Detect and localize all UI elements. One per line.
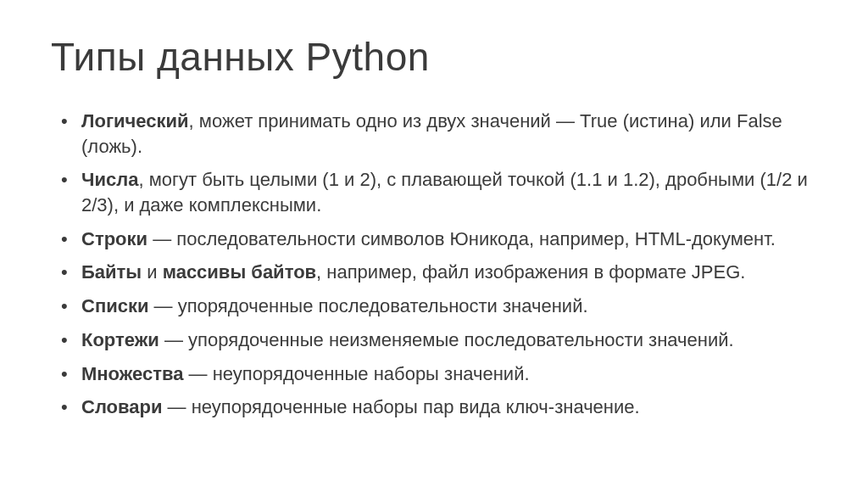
list-item: Логический, может принимать одно из двух… xyxy=(81,109,817,159)
list-item: Кортежи — упорядоченные неизменяемые пос… xyxy=(81,327,817,353)
list-item-text: — упорядоченные последовательности значе… xyxy=(148,295,587,316)
list-item: Словари — неупорядоченные наборы пар вид… xyxy=(81,395,817,420)
list-item-text: — упорядоченные неизменяемые последовате… xyxy=(159,329,734,350)
list-item: Числа, могут быть целыми (1 и 2), с плав… xyxy=(81,167,817,217)
list-item-bold: Логический xyxy=(81,110,189,132)
list-item: Строки — последовательности символов Юни… xyxy=(81,227,817,252)
list-item-bold: Множества xyxy=(81,363,184,384)
list-item: Множества — неупорядоченные наборы значе… xyxy=(81,361,817,387)
list-item-text: , например, файл изображения в формате J… xyxy=(316,261,745,283)
list-item-bold: Списки xyxy=(81,295,148,316)
list-item-text: — неупорядоченные наборы значений. xyxy=(184,363,530,384)
list-item-text: — неупорядоченные наборы пар вида ключ-з… xyxy=(162,396,639,417)
list-item-bold: массивы байтов xyxy=(163,261,316,283)
list-item-text: — последовательности символов Юникода, н… xyxy=(147,228,776,249)
list-item-joiner: и xyxy=(142,261,163,283)
list-item-text: , могут быть целыми (1 и 2), с плавающей… xyxy=(81,169,808,216)
list-item-bold: Словари xyxy=(81,396,162,417)
list-item-bold: Кортежи xyxy=(81,329,159,350)
list-item-bold: Числа xyxy=(81,169,138,190)
bullet-list: Логический, может принимать одно из двух… xyxy=(51,109,817,420)
slide: Типы данных Python Логический, может при… xyxy=(0,0,868,487)
list-item-bold: Строки xyxy=(81,228,147,249)
list-item-bold: Байты xyxy=(81,261,142,283)
list-item: Байты и массивы байтов, например, файл и… xyxy=(81,260,817,285)
list-item: Списки — упорядоченные последовательност… xyxy=(81,294,817,319)
slide-title: Типы данных Python xyxy=(51,34,817,80)
